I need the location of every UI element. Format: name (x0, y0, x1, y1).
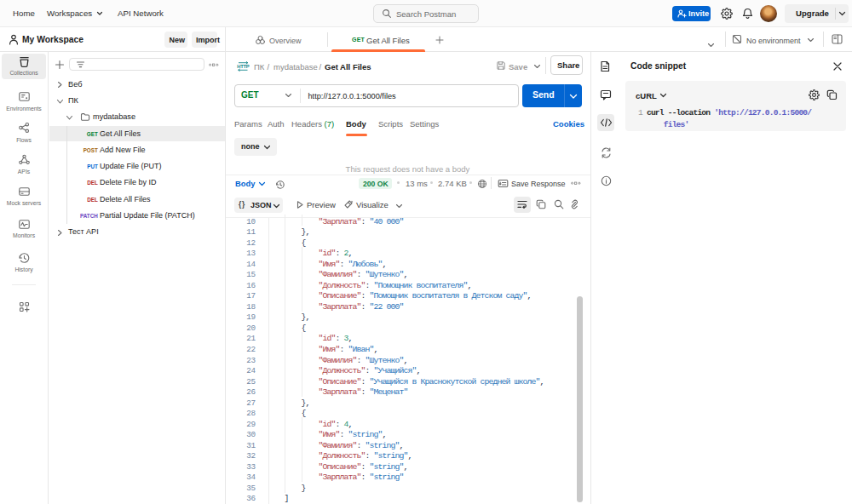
svg-text:HTTP: HTTP (237, 64, 250, 69)
